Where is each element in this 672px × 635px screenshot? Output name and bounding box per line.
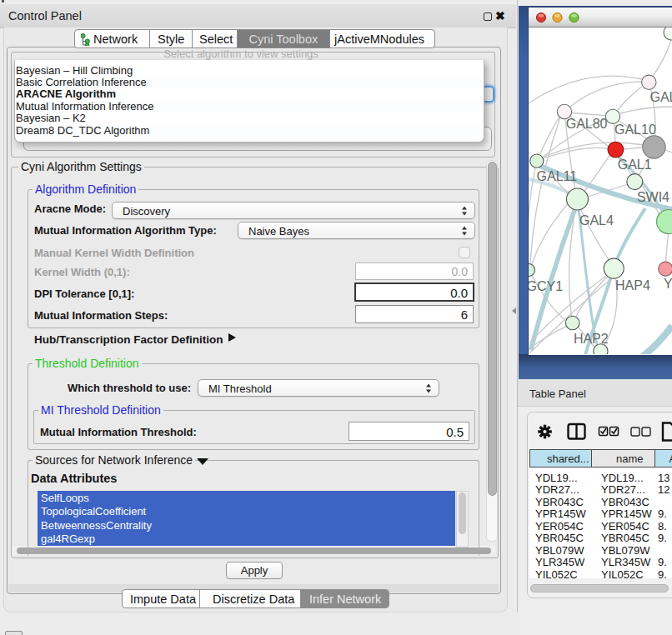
svg-text:YEL: YEL [664,277,672,291]
svg-text:GAL11: GAL11 [537,169,578,183]
svg-text:HAP4: HAP4 [615,278,650,292]
svg-text:HAP2: HAP2 [574,332,609,346]
svg-text:GCY1: GCY1 [529,279,563,293]
svg-text:GAL80: GAL80 [566,117,608,131]
svg-text:GAL4: GAL4 [579,213,614,228]
svg-text:GAL10: GAL10 [614,122,656,137]
svg-text:GAL1: GAL1 [618,158,652,172]
svg-text:GAL7: GAL7 [650,90,672,104]
svg-text:SWI4: SWI4 [637,190,669,204]
